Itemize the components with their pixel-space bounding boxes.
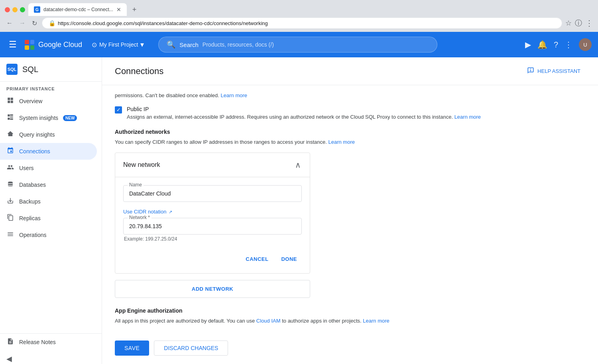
search-bar[interactable]: 🔍 Search Products, resources, docs (/) — [158, 37, 437, 53]
name-field: Name — [123, 185, 302, 202]
auth-networks-learn-more[interactable]: Learn more — [328, 139, 354, 145]
lock-icon: 🔒 — [49, 20, 55, 26]
logo-icon — [24, 39, 35, 50]
save-button[interactable]: SAVE — [115, 341, 149, 356]
cidr-notation-link[interactable]: Use CIDR notation ↗ — [123, 209, 172, 215]
address-bar-row: ← → ↻ 🔒 https://console.cloud.google.com… — [0, 16, 598, 32]
public-ip-content: Public IP Assigns an external, internet-… — [127, 106, 481, 121]
profile-icon[interactable]: ⓘ — [575, 18, 582, 28]
new-network-panel: New network ∧ Name — [115, 153, 310, 274]
sidebar-item-system-insights[interactable]: System insights NEW — [0, 110, 102, 126]
bookmark-icon[interactable]: ☆ — [565, 19, 572, 27]
address-bar[interactable]: 🔒 https://console.cloud.google.com/sql/i… — [42, 18, 562, 29]
chevron-up-icon: ∧ — [295, 160, 301, 169]
collapse-icon: ◀ — [6, 354, 12, 363]
sidebar-item-connections[interactable]: Connections — [0, 143, 97, 160]
new-tab-button[interactable]: + — [130, 5, 139, 15]
nav-back[interactable]: ← — [5, 18, 14, 28]
authorized-networks-desc: You can specify CIDR ranges to allow IP … — [115, 138, 585, 146]
sidebar-item-backups[interactable]: Backups — [0, 193, 102, 210]
done-button[interactable]: DONE — [276, 253, 302, 265]
collapse-network-btn[interactable]: ∧ — [294, 159, 302, 170]
sidebar-item-databases[interactable]: Databases — [0, 176, 102, 193]
replicas-label: Replicas — [19, 215, 41, 221]
cloud-iam-link[interactable]: Cloud IAM — [256, 318, 281, 324]
browser-tab[interactable]: G datacater-demo-cdc – Connect... ✕ — [28, 3, 127, 16]
sidebar-item-users[interactable]: Users — [0, 160, 102, 176]
public-ip-checkbox[interactable]: ✓ — [115, 106, 122, 114]
help-assistant-label: HELP ASSISTANT — [537, 68, 580, 74]
search-placeholder: Products, resources, docs (/) — [203, 41, 274, 48]
operations-label: Operations — [19, 232, 46, 238]
content-body: permissions. Can't be disabled once enab… — [102, 85, 598, 364]
sidebar-item-replicas[interactable]: Replicas — [0, 210, 102, 227]
name-field-label: Name — [128, 182, 144, 188]
project-selector[interactable]: ⊙ My First Project ▾ — [89, 39, 147, 51]
new-badge: NEW — [63, 115, 77, 121]
sidebar: SQL SQL PRIMARY INSTANCE Overview System… — [0, 57, 102, 364]
app-engine-learn-more[interactable]: Learn more — [363, 318, 389, 324]
app-engine-title: App Engine authorization — [115, 307, 585, 314]
public-ip-label: Public IP — [127, 106, 481, 112]
network-input[interactable] — [124, 218, 301, 234]
cancel-button[interactable]: CANCEL — [241, 253, 273, 265]
sidebar-item-release-notes[interactable]: Release Notes — [0, 333, 102, 350]
hamburger-menu[interactable]: ☰ — [6, 37, 19, 52]
nav-reload[interactable]: ↻ — [30, 18, 39, 29]
traffic-lights — [5, 7, 25, 12]
discard-changes-button[interactable]: DISCARD CHANGES — [154, 341, 228, 356]
sql-logo-icon: SQL — [6, 64, 18, 75]
users-label: Users — [19, 165, 34, 171]
public-ip-description: Assigns an external, internet-accessible… — [127, 113, 481, 121]
notice-text: permissions. Can't be disabled once enab… — [115, 92, 585, 100]
avatar[interactable]: U — [579, 38, 592, 51]
public-ip-row: ✓ Public IP Assigns an external, interne… — [115, 106, 585, 121]
cloud-shell-icon[interactable]: ▶ — [525, 40, 531, 49]
search-icon: 🔍 — [167, 40, 175, 49]
name-input[interactable] — [124, 186, 301, 202]
network-field-label: Network * — [128, 215, 151, 220]
authorized-networks-title: Authorized networks — [115, 129, 585, 135]
system-insights-icon — [6, 114, 14, 122]
users-icon — [6, 164, 14, 172]
help-assistant-btn[interactable]: HELP ASSISTANT — [522, 64, 585, 78]
network-panel-body: Name Use CIDR notation ↗ — [115, 177, 310, 253]
more-options-icon[interactable]: ⋮ — [565, 40, 572, 49]
backups-label: Backups — [19, 198, 41, 205]
collapse-sidebar-btn[interactable]: ◀ — [0, 350, 102, 364]
sidebar-section-label: PRIMARY INSTANCE — [0, 82, 102, 93]
sidebar-header: SQL SQL — [0, 57, 102, 82]
page-header: Connections HELP ASSISTANT — [102, 57, 598, 85]
network-field-container: Network * — [123, 218, 302, 235]
network-panel-title: New network — [123, 161, 160, 168]
external-link-icon: ↗ — [169, 209, 172, 214]
operations-icon — [6, 231, 14, 239]
help-assistant-icon — [527, 67, 534, 75]
app-engine-section: App Engine authorization All apps in thi… — [115, 307, 585, 325]
app-engine-desc: All apps in this project are authorized … — [115, 317, 585, 325]
public-ip-learn-more[interactable]: Learn more — [454, 114, 481, 120]
tab-close-icon[interactable]: ✕ — [116, 6, 121, 13]
chevron-down-icon: ▾ — [140, 40, 144, 49]
add-network-button[interactable]: ADD NETWORK — [115, 280, 310, 298]
more-icon[interactable]: ⋮ — [585, 18, 593, 28]
sidebar-item-overview[interactable]: Overview — [0, 93, 102, 110]
traffic-light-green[interactable] — [20, 7, 25, 12]
databases-label: Databases — [19, 182, 46, 188]
help-icon[interactable]: ? — [554, 40, 558, 49]
sidebar-item-operations[interactable]: Operations — [0, 227, 102, 243]
search-label: Search — [179, 41, 199, 48]
url-text: https://console.cloud.google.com/sql/ins… — [58, 20, 268, 26]
traffic-light-yellow[interactable] — [12, 7, 18, 12]
sidebar-item-query-insights[interactable]: Query insights — [0, 126, 102, 143]
notice-learn-more-link[interactable]: Learn more — [221, 92, 247, 98]
page-layout: SQL SQL PRIMARY INSTANCE Overview System… — [0, 57, 598, 364]
traffic-light-red[interactable] — [5, 7, 10, 12]
system-insights-label: System insights — [19, 115, 58, 121]
notification-icon[interactable]: 🔔 — [537, 40, 547, 49]
tab-favicon: G — [34, 6, 40, 13]
query-insights-label: Query insights — [19, 131, 55, 138]
network-hint: Example: 199.27.25.0/24 — [123, 236, 302, 242]
release-notes-label: Release Notes — [19, 339, 56, 345]
nav-forward[interactable]: → — [18, 18, 27, 28]
